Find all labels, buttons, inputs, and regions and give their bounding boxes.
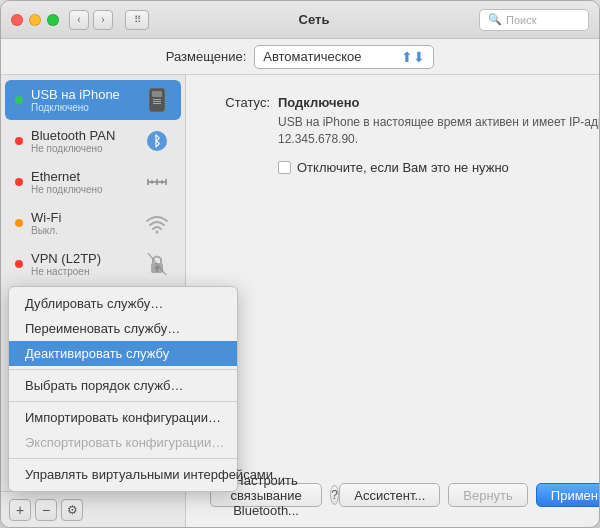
placement-select[interactable]: Автоматическое ⬆⬇: [254, 45, 434, 69]
bottom-right: Ассистент... Вернуть Применить: [339, 483, 599, 507]
sidebar-item-vpn[interactable]: VPN (L2TP) Не настроен: [5, 244, 181, 284]
revert-button[interactable]: Вернуть: [448, 483, 528, 507]
window-title: Сеть: [149, 12, 479, 27]
menu-item-import[interactable]: Импортировать конфигурации…: [9, 405, 237, 430]
menu-item-order[interactable]: Выбрать порядок служб…: [9, 373, 237, 398]
traffic-lights: [11, 14, 59, 26]
forward-button[interactable]: ›: [93, 10, 113, 30]
svg-text:ᛒ: ᛒ: [153, 133, 161, 149]
svg-rect-1: [152, 91, 162, 97]
status-section: Статус: Подключено USB на iPhone в насто…: [210, 95, 599, 175]
deactivate-checkbox[interactable]: [278, 161, 291, 174]
item-status-vpn: Не настроен: [31, 266, 139, 277]
usb-icon: [143, 86, 171, 114]
status-dot-vpn: [15, 260, 23, 268]
item-name-bluetooth: Bluetooth PAN: [31, 128, 139, 143]
item-status-usb: Подключено: [31, 102, 139, 113]
sidebar-item-ethernet[interactable]: Ethernet Не подключено: [5, 162, 181, 202]
status-dot-wifi: [15, 219, 23, 227]
grid-button[interactable]: ⠿: [125, 10, 149, 30]
item-name-wifi: Wi-Fi: [31, 210, 139, 225]
item-status-wifi: Выкл.: [31, 225, 139, 236]
content: USB на iPhone Подключено: [1, 75, 599, 527]
bluetooth-icon: ᛒ: [143, 127, 171, 155]
svg-rect-3: [153, 101, 161, 102]
menu-item-export: Экспортировать конфигурации…: [9, 430, 237, 455]
status-desc: USB на iPhone в настоящее время активен …: [278, 114, 599, 148]
checkbox-label: Отключите, если Вам это не нужно: [297, 160, 509, 175]
status-value: Подключено: [278, 95, 599, 110]
sidebar-item-info-bluetooth: Bluetooth PAN Не подключено: [31, 128, 139, 154]
help-button[interactable]: ?: [330, 485, 339, 505]
gear-button[interactable]: ⚙: [61, 499, 83, 521]
remove-service-button[interactable]: −: [35, 499, 57, 521]
bottom-bar: Настроить связывание Bluetooth... ? Асси…: [210, 483, 599, 507]
sidebar: USB на iPhone Подключено: [1, 75, 186, 527]
sidebar-item-info-vpn: VPN (L2TP) Не настроен: [31, 251, 139, 277]
menu-separator-3: [9, 458, 237, 459]
svg-rect-2: [153, 99, 161, 100]
status-dot-bluetooth: [15, 137, 23, 145]
item-name-ethernet: Ethernet: [31, 169, 139, 184]
placement-label: Размещение:: [166, 49, 247, 64]
apply-button[interactable]: Применить: [536, 483, 599, 507]
sidebar-item-wifi[interactable]: Wi-Fi Выкл.: [5, 203, 181, 243]
nav-buttons: ‹ ›: [69, 10, 113, 30]
placement-value: Автоматическое: [263, 49, 361, 64]
menu-item-deactivate[interactable]: Деактивировать службу: [9, 341, 237, 366]
menu-item-manage[interactable]: Управлять виртуальными интерфейсами…: [9, 462, 237, 487]
sidebar-item-bluetooth[interactable]: Bluetooth PAN Не подключено ᛒ: [5, 121, 181, 161]
add-service-button[interactable]: +: [9, 499, 31, 521]
status-dot-ethernet: [15, 178, 23, 186]
status-desc-text: USB на iPhone в настоящее время активен …: [278, 115, 599, 146]
menu-separator-2: [9, 401, 237, 402]
maximize-button[interactable]: [47, 14, 59, 26]
search-placeholder: Поиск: [506, 14, 536, 26]
sidebar-item-usb-iphone[interactable]: USB на iPhone Подключено: [5, 80, 181, 120]
item-status-ethernet: Не подключено: [31, 184, 139, 195]
vpn-icon: [143, 250, 171, 278]
assistant-button[interactable]: Ассистент...: [339, 483, 440, 507]
search-box[interactable]: 🔍 Поиск: [479, 9, 589, 31]
item-status-bluetooth: Не подключено: [31, 143, 139, 154]
wifi-icon: [143, 209, 171, 237]
sidebar-item-info-ethernet: Ethernet Не подключено: [31, 169, 139, 195]
item-name-usb: USB на iPhone: [31, 87, 139, 102]
back-button[interactable]: ‹: [69, 10, 89, 30]
status-key: Статус:: [210, 95, 270, 110]
dropdown-menu: Дублировать службу… Переименовать службу…: [8, 286, 238, 492]
svg-rect-4: [153, 103, 161, 104]
minimize-button[interactable]: [29, 14, 41, 26]
main-panel: Статус: Подключено USB на iPhone в насто…: [186, 75, 599, 527]
close-button[interactable]: [11, 14, 23, 26]
svg-point-13: [156, 231, 159, 234]
ethernet-icon: [143, 168, 171, 196]
placement-arrow-icon: ⬆⬇: [401, 49, 425, 65]
window: ‹ › ⠿ Сеть 🔍 Поиск Размещение: Автоматич…: [0, 0, 600, 528]
checkbox-row: Отключите, если Вам это не нужно: [278, 160, 599, 175]
sidebar-item-info-usb: USB на iPhone Подключено: [31, 87, 139, 113]
toolbar: Размещение: Автоматическое ⬆⬇: [1, 39, 599, 75]
status-info: Подключено USB на iPhone в настоящее вре…: [278, 95, 599, 175]
sidebar-footer: + − ⚙ Дублировать службу… Переименовать …: [1, 491, 185, 527]
menu-item-rename[interactable]: Переименовать службу…: [9, 316, 237, 341]
titlebar: ‹ › ⠿ Сеть 🔍 Поиск: [1, 1, 599, 39]
search-icon: 🔍: [488, 13, 502, 26]
menu-separator-1: [9, 369, 237, 370]
status-dot-usb: [15, 96, 23, 104]
item-name-vpn: VPN (L2TP): [31, 251, 139, 266]
sidebar-item-info-wifi: Wi-Fi Выкл.: [31, 210, 139, 236]
menu-item-duplicate[interactable]: Дублировать службу…: [9, 291, 237, 316]
